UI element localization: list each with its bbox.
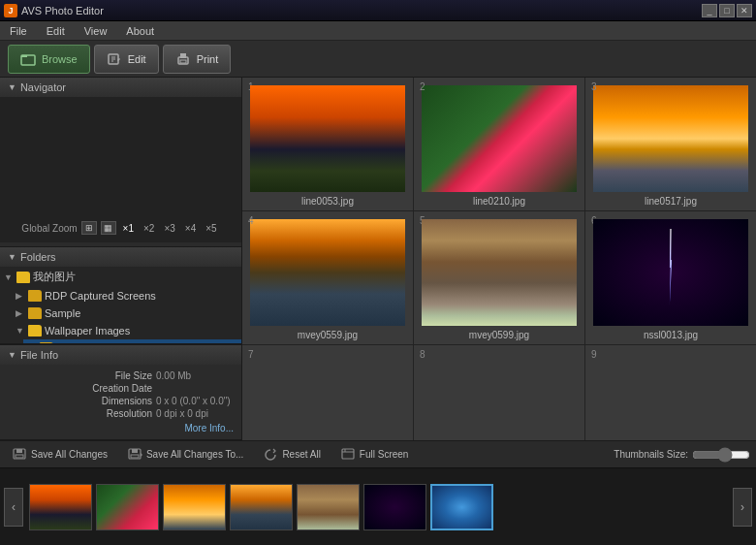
- folder-label-wallpaper: Wallpaper Images: [45, 325, 130, 337]
- photo-label-2: line0210.jpg: [473, 196, 525, 207]
- filmstrip-thumb-1[interactable]: [29, 484, 92, 530]
- zoom-x5[interactable]: ×5: [203, 222, 219, 235]
- creation-date-label: Creation Date: [92, 383, 152, 394]
- print-label: Print: [197, 53, 219, 65]
- photo-thumb-5: [422, 219, 577, 326]
- menu-view[interactable]: View: [80, 23, 111, 39]
- photo-label-6: nssl0013.jpg: [644, 330, 698, 340]
- save-all-changes-label: Save All Changes: [31, 449, 108, 460]
- photo-thumb-1: [250, 85, 405, 192]
- folder-label-noaa: NOAA: [56, 342, 86, 343]
- photo-cell-3[interactable]: 3 line0517.jpg: [585, 78, 756, 210]
- main-layout: ▼ Navigator Global Zoom ⊞ ▦ ×1 ×2 ×3 ×4 …: [0, 78, 756, 440]
- folder-sample[interactable]: ▶ Sample: [12, 305, 241, 322]
- close-button[interactable]: ✕: [737, 4, 752, 17]
- save-all-changes-to-button[interactable]: Save All Changes To...: [121, 446, 249, 464]
- thumbnails-size-slider[interactable]: [692, 447, 750, 463]
- navigator-header[interactable]: ▼ Navigator: [0, 78, 241, 97]
- content-area[interactable]: 1 line0053.jpg 2 line0210.jpg 3 line0517…: [242, 78, 756, 440]
- fileinfo-header[interactable]: ▼ File Info: [0, 345, 241, 365]
- photo-cell-1[interactable]: 1 line0053.jpg: [242, 78, 413, 210]
- photo-thumb-3: [593, 85, 748, 192]
- browse-button[interactable]: Browse: [8, 45, 90, 74]
- menu-about[interactable]: About: [122, 23, 158, 39]
- expand-arrow-rdp: ▶: [16, 291, 25, 301]
- folder-rdp[interactable]: ▶ RDP Captured Screens: [12, 287, 241, 305]
- edit-button[interactable]: Edit: [94, 45, 159, 74]
- zoom-grid-icon[interactable]: ⊞: [81, 221, 97, 235]
- photo-cell-7[interactable]: 7: [242, 345, 413, 440]
- filmstrip-lightning-image: [364, 485, 425, 529]
- folder-icon-wallpaper: [28, 325, 42, 337]
- cell-number-4: 4: [248, 215, 254, 226]
- zoom-x2[interactable]: ×2: [141, 222, 157, 235]
- svg-rect-8: [180, 60, 186, 63]
- resolution-value: 0 dpi x 0 dpi: [156, 408, 234, 419]
- fileinfo-date-row: Creation Date: [8, 383, 234, 394]
- navigator-triangle: ▼: [8, 82, 16, 92]
- fileinfo-triangle: ▼: [8, 350, 16, 360]
- photo-cell-8[interactable]: 8: [414, 345, 584, 440]
- folder-wallpaper[interactable]: ▼ Wallpaper Images: [12, 322, 241, 339]
- photo-cell-2[interactable]: 2 line0210.jpg: [414, 78, 584, 210]
- photo-thumb-6: [593, 219, 748, 326]
- filmstrip-prev-button[interactable]: ‹: [4, 488, 23, 527]
- filesize-label: File Size: [115, 370, 152, 381]
- folders-header[interactable]: ▼ Folders: [0, 247, 241, 267]
- folder-icon-rdp: [28, 290, 42, 302]
- folder-noaa[interactable]: ▶ NOAA: [23, 339, 241, 343]
- browse-icon: [20, 51, 36, 67]
- full-screen-button[interactable]: Full Screen: [334, 446, 415, 464]
- filmstrip-thumb-5[interactable]: [297, 484, 360, 530]
- window-controls: _ □ ✕: [702, 4, 752, 17]
- more-info-button[interactable]: More Info...: [8, 423, 234, 433]
- reset-all-button[interactable]: Reset All: [257, 446, 326, 464]
- photo-cell-6[interactable]: 6 nssl0013.jpg: [585, 211, 756, 344]
- fileinfo-content: File Size 0.00 Mb Creation Date Dimensio…: [0, 365, 241, 439]
- print-button[interactable]: Print: [163, 45, 232, 74]
- filmstrip-lake-image: [231, 485, 292, 529]
- cell-number-9: 9: [591, 349, 597, 360]
- dimensions-value: 0 x 0 (0.0" x 0.0"): [156, 396, 234, 406]
- status-bar: Save All Changes Save All Changes To... …: [0, 440, 756, 467]
- folder-icon-sample: [28, 307, 42, 319]
- expand-arrow-wallpaper: ▼: [16, 326, 25, 336]
- menu-edit[interactable]: Edit: [43, 23, 69, 39]
- photo-cell-9[interactable]: 9: [585, 345, 756, 440]
- filmstrip-next-button[interactable]: ›: [733, 488, 752, 527]
- photo-label-3: line0517.jpg: [645, 196, 697, 207]
- svg-rect-1: [21, 55, 27, 57]
- save-all-to-icon: [127, 448, 142, 462]
- filmstrip-city-image: [30, 485, 91, 529]
- filmstrip-thumb-2[interactable]: [96, 484, 159, 530]
- zoom-x1[interactable]: ×1: [120, 222, 137, 235]
- more-info-link[interactable]: More Info...: [184, 423, 234, 433]
- filmstrip-thumb-4[interactable]: [230, 484, 293, 530]
- filmstrip-thumb-6[interactable]: [363, 484, 426, 530]
- zoom-small-icon[interactable]: ▦: [101, 221, 116, 235]
- svg-rect-13: [132, 449, 138, 453]
- cell-number-8: 8: [420, 349, 425, 360]
- maximize-button[interactable]: □: [719, 4, 735, 17]
- thumb-empty-9: [593, 353, 748, 440]
- browse-label: Browse: [42, 53, 78, 65]
- zoom-x3[interactable]: ×3: [161, 222, 177, 235]
- print-icon: [175, 51, 191, 67]
- folder-my-pictures[interactable]: ▼ 我的图片: [0, 267, 241, 287]
- zoom-x4[interactable]: ×4: [182, 222, 199, 235]
- thumb-city-image: [250, 85, 405, 192]
- minimize-button[interactable]: _: [702, 4, 717, 17]
- thumb-sunset-image: [593, 85, 748, 192]
- photo-cell-5[interactable]: 5 mvey0599.jpg: [414, 211, 584, 344]
- save-all-changes-button[interactable]: Save All Changes: [6, 446, 113, 464]
- filmstrip-thumb-7[interactable]: [430, 484, 493, 530]
- left-panel: ▼ Navigator Global Zoom ⊞ ▦ ×1 ×2 ×3 ×4 …: [0, 78, 242, 440]
- menu-bar: File Edit View About: [0, 21, 756, 41]
- full-screen-label: Full Screen: [360, 449, 409, 460]
- app-title: AVS Photo Editor: [21, 5, 104, 16]
- photo-cell-4[interactable]: 4 mvey0559.jpg: [242, 211, 413, 344]
- thumbnails-size-control: Thumbnails Size:: [614, 447, 750, 463]
- menu-file[interactable]: File: [6, 23, 31, 39]
- filmstrip-thumb-3[interactable]: [163, 484, 226, 530]
- expand-arrow-sample: ▶: [16, 308, 25, 318]
